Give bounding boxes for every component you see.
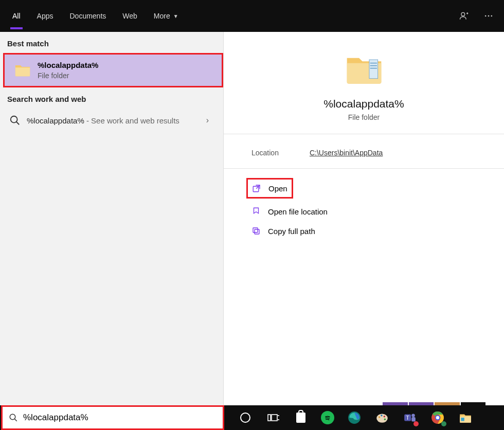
svg-point-0: [461, 12, 465, 16]
searchbox-highlight: [1, 405, 224, 430]
tab-web[interactable]: Web: [120, 3, 139, 29]
results-panel: Best match %localappdata% File folder Se…: [0, 32, 224, 405]
result-subtitle: File folder: [38, 71, 98, 80]
explorer-icon[interactable]: [458, 410, 473, 425]
svg-point-3: [485, 15, 487, 17]
svg-rect-14: [253, 228, 258, 232]
svg-point-29: [411, 414, 415, 417]
svg-point-15: [10, 414, 15, 420]
location-label: Location: [251, 149, 279, 157]
search-input[interactable]: [23, 413, 217, 423]
svg-point-25: [384, 416, 385, 417]
taskbar-tray: T: [238, 410, 473, 425]
teams-icon[interactable]: T: [402, 410, 418, 425]
store-icon[interactable]: [293, 410, 309, 425]
tab-all[interactable]: All: [10, 3, 23, 29]
tab-documents[interactable]: Documents: [67, 3, 108, 29]
svg-rect-34: [461, 418, 464, 421]
result-title: %localappdata%: [38, 61, 98, 69]
svg-point-6: [11, 116, 17, 123]
chrome-icon[interactable]: [430, 410, 445, 425]
web-result-row[interactable]: %localappdata% - See work and web result…: [0, 109, 223, 132]
taskbar: T: [0, 405, 504, 430]
open-file-location-action[interactable]: Open file location: [251, 202, 476, 221]
best-match-result[interactable]: %localappdata% File folder: [5, 55, 222, 86]
tab-apps[interactable]: Apps: [35, 3, 56, 29]
open-icon: [252, 184, 261, 193]
paint-icon[interactable]: [374, 410, 390, 425]
tab-more[interactable]: More ▼: [152, 3, 181, 29]
search-filter-tabs: All Apps Documents Web More ▼: [0, 0, 504, 32]
open-action[interactable]: Open: [252, 182, 287, 195]
folder-icon: [344, 49, 385, 91]
spotify-icon[interactable]: [321, 411, 334, 424]
location-row: Location C:\Users\binit\AppData: [224, 134, 504, 169]
preview-panel: %localappdata% File folder Location C:\U…: [224, 32, 504, 405]
account-icon[interactable]: [459, 11, 469, 21]
location-value[interactable]: C:\Users\binit\AppData: [310, 149, 383, 157]
copy-icon: [251, 226, 261, 236]
edge-icon[interactable]: [347, 410, 362, 425]
best-match-label: Best match: [0, 32, 223, 53]
svg-rect-13: [255, 229, 259, 234]
search-web-label: Search work and web: [0, 87, 223, 109]
svg-point-33: [436, 416, 440, 420]
preview-title: %localappdata%: [323, 98, 404, 110]
folder-icon: [14, 62, 31, 79]
svg-point-5: [491, 15, 493, 17]
svg-rect-18: [272, 415, 277, 421]
svg-line-7: [16, 122, 20, 125]
more-options-icon[interactable]: [483, 11, 494, 21]
web-result-text: %localappdata% - See work and web result…: [27, 116, 179, 125]
search-icon: [9, 413, 18, 422]
svg-point-23: [379, 416, 380, 418]
taskbar-searchbox[interactable]: [3, 407, 223, 428]
open-action-highlight: Open: [246, 178, 293, 199]
preview-subtitle: File folder: [348, 113, 380, 121]
svg-point-26: [384, 419, 386, 420]
search-icon: [9, 115, 21, 126]
copy-full-path-action[interactable]: Copy full path: [251, 221, 476, 241]
svg-text:T: T: [406, 415, 409, 421]
svg-rect-8: [369, 60, 378, 79]
location-icon: [251, 207, 261, 216]
svg-point-24: [381, 415, 382, 416]
best-match-highlight: %localappdata% File folder: [3, 53, 223, 87]
cortana-icon[interactable]: [238, 410, 253, 425]
svg-rect-17: [268, 415, 271, 421]
chevron-down-icon: ▼: [173, 13, 178, 19]
task-view-icon[interactable]: [265, 410, 281, 425]
svg-point-4: [488, 15, 490, 17]
chevron-right-icon: ›: [206, 116, 214, 125]
svg-line-16: [14, 419, 17, 421]
